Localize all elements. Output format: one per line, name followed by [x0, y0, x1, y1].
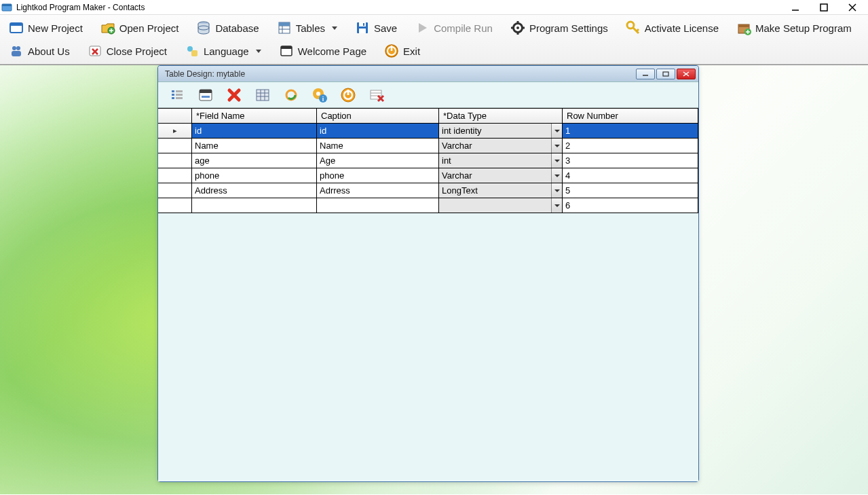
header-field-name[interactable]: *Field Name — [192, 109, 317, 124]
welcome-page-button[interactable]: Welcome Page — [273, 41, 373, 61]
close-button[interactable] — [838, 0, 867, 15]
child-titlebar[interactable]: Table Design: mytable — [158, 66, 698, 82]
svg-rect-7 — [10, 23, 22, 26]
dropdown-arrow-icon[interactable] — [551, 153, 562, 168]
welcome-page-label: Welcome Page — [298, 45, 366, 57]
row-indicator[interactable] — [158, 183, 192, 198]
power-icon[interactable] — [339, 86, 358, 105]
app-icon — [1, 2, 12, 13]
table-row[interactable]: NameNameVarchar2 — [158, 139, 698, 153]
compile-run-button[interactable]: Compile Run — [409, 18, 499, 38]
cell-caption[interactable]: Age — [317, 153, 439, 168]
language-button[interactable]: Language — [178, 41, 267, 61]
open-project-button[interactable]: Open Project — [94, 18, 185, 38]
settings-icon — [510, 20, 525, 35]
header-data-type[interactable]: *Data Type — [439, 109, 563, 124]
cell-row-number[interactable]: 1 — [563, 124, 698, 139]
svg-line-29 — [637, 29, 639, 31]
cell-data-type[interactable]: int identity — [439, 124, 563, 139]
data-type-value: Varchar — [442, 170, 472, 181]
cell-field-name[interactable]: Address — [192, 183, 317, 198]
cell-field-name[interactable] — [192, 198, 317, 213]
cell-caption[interactable]: Name — [317, 139, 439, 153]
cell-caption[interactable]: Adrress — [317, 183, 439, 198]
maximize-button[interactable] — [810, 0, 838, 15]
svg-rect-49 — [172, 94, 174, 96]
close-project-button[interactable]: Close Project — [81, 41, 173, 61]
svg-rect-35 — [12, 51, 21, 56]
make-setup-button[interactable]: Make Setup Program — [730, 18, 858, 38]
svg-rect-52 — [176, 94, 183, 96]
new-project-label: New Project — [28, 22, 83, 34]
svg-rect-48 — [172, 90, 174, 92]
child-window-title: Table Design: mytable — [165, 69, 245, 79]
close-project-icon — [88, 43, 102, 58]
language-icon — [185, 43, 200, 58]
svg-rect-19 — [363, 23, 364, 26]
cell-caption[interactable] — [317, 198, 439, 213]
dropdown-arrow-icon[interactable] — [551, 198, 562, 213]
table-row[interactable]: AddressAdrressLongText5 — [158, 183, 698, 198]
gear-info-icon[interactable]: i — [310, 86, 329, 105]
tables-button[interactable]: Tables — [271, 18, 343, 38]
minimize-button[interactable] — [781, 0, 810, 15]
cell-data-type[interactable] — [439, 198, 563, 213]
table-row[interactable]: phonephoneVarchar4 — [158, 168, 698, 183]
save-button[interactable]: Save — [349, 18, 403, 38]
cell-row-number[interactable]: 3 — [563, 153, 698, 168]
form-icon[interactable] — [196, 86, 215, 105]
cell-data-type[interactable]: Varchar — [439, 168, 563, 183]
row-indicator[interactable] — [158, 168, 192, 183]
cell-row-number[interactable]: 5 — [563, 183, 698, 198]
cell-field-name[interactable]: age — [192, 153, 317, 168]
svg-rect-40 — [281, 46, 292, 49]
about-us-button[interactable]: About Us — [3, 41, 76, 61]
cell-data-type[interactable]: int — [439, 153, 563, 168]
database-button[interactable]: Database — [190, 18, 265, 38]
activate-license-button[interactable]: Activate License — [620, 18, 725, 38]
child-minimize-button[interactable] — [636, 69, 655, 79]
svg-rect-1 — [2, 4, 12, 6]
header-row-number[interactable]: Row Number — [563, 109, 698, 124]
cell-data-type[interactable]: LongText — [439, 183, 563, 198]
dropdown-arrow-icon[interactable] — [551, 139, 562, 153]
program-settings-label: Program Settings — [529, 22, 608, 34]
new-project-icon — [9, 20, 24, 35]
child-close-button[interactable] — [677, 69, 696, 79]
cell-field-name[interactable]: Name — [192, 139, 317, 153]
cell-caption[interactable]: phone — [317, 168, 439, 183]
save-label: Save — [374, 22, 397, 34]
make-setup-label: Make Setup Program — [755, 22, 852, 34]
cell-caption[interactable]: id — [317, 124, 439, 139]
package-icon — [736, 20, 751, 35]
new-project-button[interactable]: New Project — [3, 18, 89, 38]
remove-row-icon[interactable] — [367, 86, 386, 105]
table-row[interactable]: 6 — [158, 198, 698, 213]
dropdown-arrow-icon[interactable] — [551, 183, 562, 198]
fields-grid: *Field Name Caption *Data Type Row Numbe… — [158, 108, 698, 213]
dropdown-arrow-icon[interactable] — [551, 124, 562, 138]
cell-row-number[interactable]: 4 — [563, 168, 698, 183]
row-indicator[interactable] — [158, 198, 192, 213]
dropdown-arrow-icon[interactable] — [551, 168, 562, 183]
list-icon[interactable] — [168, 86, 187, 105]
table-row[interactable]: ageAgeint3 — [158, 153, 698, 168]
row-indicator[interactable] — [158, 124, 192, 139]
data-type-value: LongText — [442, 185, 478, 196]
cell-field-name[interactable]: phone — [192, 168, 317, 183]
row-indicator[interactable] — [158, 153, 192, 168]
cell-row-number[interactable]: 6 — [563, 198, 698, 213]
row-indicator[interactable] — [158, 139, 192, 153]
child-toolbar: i — [158, 82, 698, 108]
child-maximize-button[interactable] — [656, 69, 675, 79]
cell-field-name[interactable]: id — [192, 124, 317, 139]
grid-icon[interactable] — [253, 86, 272, 105]
delete-icon[interactable] — [225, 86, 244, 105]
program-settings-button[interactable]: Program Settings — [504, 18, 614, 38]
cell-row-number[interactable]: 2 — [563, 139, 698, 153]
refresh-icon[interactable] — [282, 86, 301, 105]
table-row[interactable]: ididint identity1 — [158, 124, 698, 139]
cell-data-type[interactable]: Varchar — [439, 139, 563, 153]
header-caption[interactable]: Caption — [317, 109, 439, 124]
exit-button[interactable]: Exit — [378, 41, 426, 61]
